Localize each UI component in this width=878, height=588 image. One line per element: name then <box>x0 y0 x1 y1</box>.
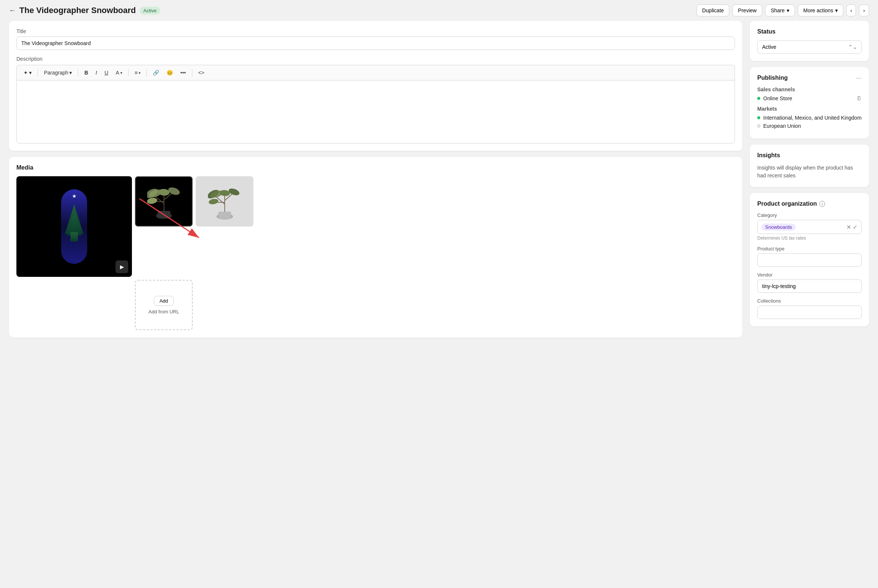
status-select[interactable]: Active Draft Archived <box>757 40 861 54</box>
svg-point-15 <box>158 188 170 196</box>
share-button[interactable]: Share ▾ <box>765 4 794 16</box>
svg-text:★: ★ <box>72 193 77 199</box>
text-color-icon: A <box>116 70 119 76</box>
product-type-input[interactable] <box>757 254 861 267</box>
toolbar-divider-1 <box>38 69 38 76</box>
svg-point-25 <box>208 198 218 205</box>
svg-rect-4 <box>71 232 78 242</box>
more-format-icon: ••• <box>180 70 186 76</box>
sales-channels-label: Sales channels <box>757 87 861 92</box>
paragraph-label: Paragraph <box>44 70 68 76</box>
align-button[interactable]: ≡ ▾ <box>132 68 144 77</box>
category-remove-button[interactable]: ✕ <box>846 224 851 231</box>
insights-text: Insights will display when the product h… <box>757 164 861 180</box>
plant-dark-graphic <box>147 183 181 220</box>
description-editor[interactable] <box>17 80 735 144</box>
back-button[interactable]: ← <box>9 7 16 15</box>
product-org-header: Product organization i <box>757 201 861 207</box>
underline-button[interactable]: U <box>101 68 111 77</box>
media-thumb-plant-light[interactable] <box>196 176 254 226</box>
toolbar-divider-5 <box>192 69 192 76</box>
category-field[interactable]: Snowboards ✕ ✓ <box>757 220 861 234</box>
emoji-button[interactable]: 😊 <box>164 68 176 77</box>
market-inactive-dot <box>757 124 760 128</box>
media-wrapper: ★ ▶ <box>17 176 735 330</box>
share-chevron-icon: ▾ <box>787 8 789 14</box>
text-color-chevron-icon: ▾ <box>120 71 122 75</box>
play-button[interactable]: ▶ <box>116 261 128 273</box>
nav-prev-button[interactable]: ‹ <box>846 4 856 16</box>
vendor-input[interactable] <box>757 279 861 293</box>
ai-chevron-icon: ▾ <box>29 70 32 76</box>
category-tag-actions: ✕ ✓ <box>846 224 857 231</box>
top-bar-left: ← The Videographer Snowboard Active <box>9 6 692 15</box>
svg-point-24 <box>228 187 240 196</box>
category-tag: Snowboards <box>761 224 795 231</box>
right-panel: Status Active Draft Archived ⌃⌄ Publishi… <box>750 21 869 338</box>
market-international: International, Mexico, and United Kingdo… <box>757 115 861 121</box>
svg-point-14 <box>147 197 158 205</box>
nav-next-button[interactable]: › <box>859 4 869 16</box>
main-content: Title Description ✦ ▾ Paragraph ▾ B I U … <box>0 21 878 346</box>
preview-button[interactable]: Preview <box>732 4 762 16</box>
top-bar: ← The Videographer Snowboard Active Dupl… <box>0 0 878 21</box>
text-color-button[interactable]: A ▾ <box>113 68 125 77</box>
status-select-wrapper: Active Draft Archived ⌃⌄ <box>757 40 861 54</box>
page-title: The Videographer Snowboard <box>20 6 136 15</box>
channel-active-dot <box>757 97 760 100</box>
toolbar-divider-2 <box>78 69 78 76</box>
paragraph-chevron-icon: ▾ <box>69 70 72 76</box>
vendor-label: Vendor <box>757 272 861 278</box>
category-helper: Determines US tax rates <box>757 236 861 241</box>
align-icon: ≡ <box>135 70 138 76</box>
media-main-item[interactable]: ★ ▶ <box>17 176 132 277</box>
link-button[interactable]: 🔗 <box>150 68 162 77</box>
product-type-label: Product type <box>757 246 861 252</box>
market-name: International, Mexico, and United Kingdo… <box>763 115 861 121</box>
add-media-button[interactable]: Add Add from URL <box>135 280 193 330</box>
media-thumb-plant-dark[interactable] <box>135 176 193 226</box>
channel-online-store: Online Store 🗓 <box>757 95 861 101</box>
media-main-inner: ★ <box>17 176 132 277</box>
market-eu-name: European Union <box>763 123 801 129</box>
media-card: Media <box>9 157 742 338</box>
more-format-button[interactable]: ••• <box>177 68 189 77</box>
title-input[interactable] <box>17 36 735 50</box>
market-eu: European Union <box>757 123 861 129</box>
more-actions-button[interactable]: More actions ▾ <box>798 4 843 16</box>
share-label: Share <box>771 8 785 14</box>
insights-card: Insights Insights will display when the … <box>750 145 869 187</box>
publishing-header: Publishing ··· <box>757 75 861 81</box>
info-icon[interactable]: i <box>819 201 825 207</box>
publishing-title: Publishing <box>757 75 788 81</box>
plant-light-graphic <box>208 183 242 220</box>
snowboard-graphic: ★ <box>57 184 91 269</box>
insights-title: Insights <box>757 152 861 159</box>
status-card: Status Active Draft Archived ⌃⌄ <box>750 21 869 61</box>
publishing-card: Publishing ··· Sales channels Online Sto… <box>750 67 869 139</box>
collections-input[interactable] <box>757 306 861 319</box>
svg-point-13 <box>167 186 180 196</box>
svg-rect-17 <box>218 212 231 219</box>
bold-button[interactable]: B <box>81 68 91 77</box>
duplicate-button[interactable]: Duplicate <box>696 4 729 16</box>
ai-button[interactable]: ✦ ▾ <box>21 68 35 77</box>
publishing-more-icon[interactable]: ··· <box>856 75 861 81</box>
market-active-dot <box>757 116 760 119</box>
code-button[interactable]: <> <box>195 68 207 77</box>
collections-label: Collections <box>757 298 861 304</box>
italic-button[interactable]: I <box>93 68 100 77</box>
paragraph-dropdown[interactable]: Paragraph ▾ <box>41 68 75 77</box>
calendar-icon[interactable]: 🗓 <box>856 95 861 101</box>
category-confirm-button[interactable]: ✓ <box>852 224 857 231</box>
description-label: Description <box>17 56 735 62</box>
svg-rect-6 <box>158 211 170 218</box>
add-btn[interactable]: Add <box>154 296 174 306</box>
toolbar-divider-4 <box>146 69 147 76</box>
title-label: Title <box>17 28 735 34</box>
align-chevron-icon: ▾ <box>139 71 141 75</box>
product-organization-card: Product organization i Category Snowboar… <box>750 193 869 326</box>
more-actions-chevron-icon: ▾ <box>835 8 838 14</box>
status-badge: Active <box>140 7 160 15</box>
svg-point-26 <box>219 189 230 196</box>
